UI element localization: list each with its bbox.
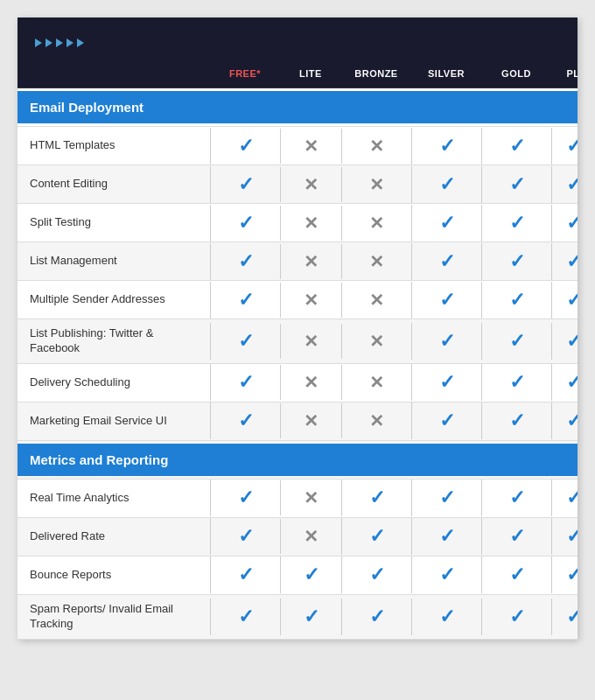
row-label: Bounce Reports [18, 561, 210, 590]
check-icon: ✓ [566, 564, 578, 586]
cell-3: ✓ [411, 282, 481, 318]
cross-icon: ✕ [369, 331, 384, 352]
cell-3: ✓ [411, 518, 481, 555]
cell-2: ✓ [341, 556, 411, 593]
cross-icon: ✕ [304, 487, 318, 508]
cell-3: ✓ [411, 243, 481, 280]
cell-1: ✕ [280, 129, 341, 164]
cell-4: ✓ [481, 243, 551, 280]
cell-2: ✕ [341, 206, 411, 241]
cell-3: ✓ [411, 166, 481, 203]
check-icon: ✓ [439, 525, 455, 548]
cross-icon: ✕ [304, 372, 318, 393]
cell-2: ✓ [341, 598, 411, 635]
cell-5: ✓ [551, 518, 578, 555]
cell-3: ✓ [411, 556, 481, 593]
row-label: Content Editing [18, 170, 210, 199]
check-icon: ✓ [439, 212, 455, 234]
cross-icon: ✕ [369, 136, 384, 157]
cell-1: ✕ [280, 324, 341, 359]
cell-3: ✓ [411, 128, 481, 164]
cell-1: ✕ [280, 283, 341, 318]
table-row: List Publishing: Twitter & Facebook✓✕✕✓✓… [18, 319, 578, 364]
cell-0: ✓ [210, 128, 280, 164]
cross-icon: ✕ [369, 213, 384, 234]
arrow-icon-2 [46, 38, 52, 47]
cross-icon: ✕ [304, 174, 318, 195]
table-row: Delivery Scheduling✓✕✕✓✓✓ [18, 364, 578, 402]
arrow-icon-5 [77, 38, 84, 47]
cell-0: ✓ [210, 480, 280, 516]
section-title: Metrics and Reporting [18, 444, 578, 476]
arrow-icon-4 [66, 38, 74, 47]
cell-0: ✓ [210, 205, 280, 242]
cross-icon: ✕ [369, 251, 384, 272]
cell-2: ✕ [341, 283, 411, 318]
section-title: Email Deployment [18, 91, 578, 123]
section-header-1: Metrics and Reporting [18, 441, 578, 480]
check-icon: ✓ [509, 330, 525, 353]
table-body: Email DeploymentHTML Templates✓✕✕✓✓✓Cont… [18, 88, 578, 640]
check-icon: ✓ [238, 371, 254, 394]
cross-icon: ✕ [369, 174, 384, 195]
cell-5: ✓ [551, 128, 578, 164]
cell-0: ✓ [210, 282, 280, 318]
cell-1: ✕ [280, 167, 341, 202]
check-icon: ✓ [509, 135, 525, 158]
cell-1: ✓ [280, 598, 341, 635]
check-icon: ✓ [439, 606, 455, 628]
cell-4: ✓ [481, 205, 551, 242]
check-icon: ✓ [566, 135, 578, 158]
cross-icon: ✕ [304, 213, 318, 234]
cell-3: ✓ [411, 205, 481, 242]
table-row: List Management✓✕✕✓✓✓ [18, 242, 578, 281]
table-row: Split Testing✓✕✕✓✓✓ [18, 204, 578, 242]
check-icon: ✓ [509, 371, 525, 394]
col-header-gold: GOLD [481, 60, 551, 88]
check-icon: ✓ [439, 289, 455, 312]
cross-icon: ✕ [369, 372, 384, 393]
check-icon: ✓ [566, 371, 578, 394]
row-label: HTML Templates [18, 131, 210, 160]
section-header-0: Email Deployment [18, 88, 578, 127]
cell-3: ✓ [411, 402, 481, 439]
check-icon: ✓ [238, 212, 254, 234]
cell-2: ✕ [341, 324, 411, 359]
cell-3: ✓ [411, 480, 481, 516]
check-icon: ✓ [566, 410, 578, 432]
check-icon: ✓ [439, 410, 455, 432]
row-label: List Management [18, 247, 210, 276]
cell-4: ✓ [481, 166, 551, 203]
check-icon: ✓ [304, 606, 319, 628]
cell-4: ✓ [481, 518, 551, 555]
cell-4: ✓ [481, 556, 551, 593]
check-icon: ✓ [304, 564, 319, 586]
cross-icon: ✕ [304, 290, 318, 311]
cell-4: ✓ [481, 282, 551, 318]
arrow-icon-3 [56, 38, 63, 47]
row-label: Real Time Analytics [18, 484, 210, 513]
check-icon: ✓ [566, 250, 578, 273]
cell-1: ✕ [280, 365, 341, 400]
cell-0: ✓ [210, 556, 280, 593]
cell-1: ✕ [280, 519, 341, 554]
cell-4: ✓ [481, 480, 551, 516]
check-icon: ✓ [369, 606, 385, 628]
cell-5: ✓ [551, 556, 578, 593]
row-label: Marketing Email Service UI [18, 407, 210, 436]
check-icon: ✓ [439, 135, 455, 158]
check-icon: ✓ [566, 486, 578, 509]
check-icon: ✓ [566, 525, 578, 548]
cross-icon: ✕ [369, 410, 384, 431]
check-icon: ✓ [238, 606, 254, 628]
col-label-empty [18, 60, 210, 88]
check-icon: ✓ [439, 173, 455, 196]
check-icon: ✓ [566, 212, 578, 234]
row-label: Multiple Sender Addresses [18, 285, 210, 314]
cell-2: ✕ [341, 403, 411, 438]
check-icon: ✓ [369, 486, 385, 509]
cell-0: ✓ [210, 518, 280, 555]
table-row: Multiple Sender Addresses✓✕✕✓✓✓ [18, 281, 578, 319]
check-icon: ✓ [509, 289, 525, 312]
check-icon: ✓ [238, 289, 254, 312]
